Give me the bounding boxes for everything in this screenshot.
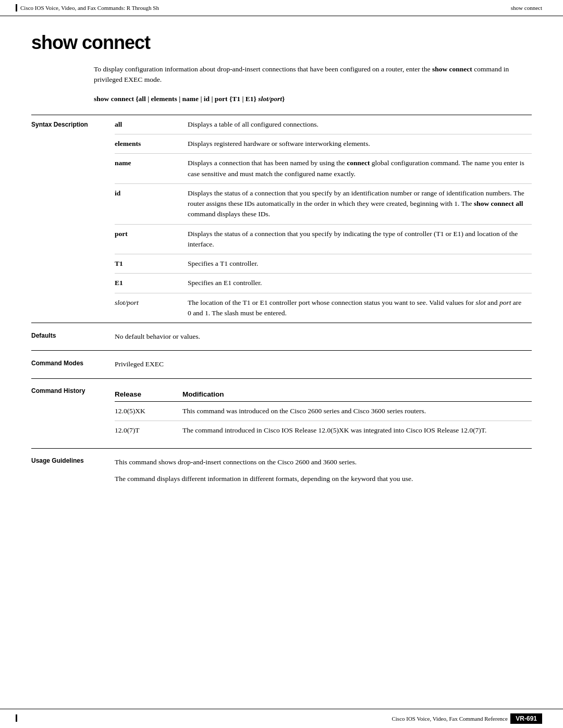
usage-guidelines-section: Usage Guidelines This command shows drop… [31,449,532,493]
syntax-row-name: name Displays a connection that has been… [115,154,532,184]
history-row-2: 12.0(7)T The command introduced in Cisco… [115,421,532,440]
param-port: port [115,224,182,254]
history-header-row: Release Modification [115,387,532,402]
param-id: id [115,183,182,224]
history-release-2: 12.0(7)T [115,421,182,440]
footer-reference-text: Cisco IOS Voice, Video, Fax Command Refe… [391,715,507,722]
command-modes-section: Command Modes Privileged EXEC [31,351,532,378]
command-history-table: Release Modification 12.0(5)XK This comm… [115,387,532,440]
syntax-row-t1: T1 Specifies a T1 controller. [115,254,532,274]
history-row-1: 12.0(5)XK This command was introduced on… [115,401,532,421]
desc-name: Displays a connection that has been name… [182,154,532,184]
col-release: Release [115,387,182,402]
col-modification: Modification [182,387,532,402]
header-right-text: show connect [511,5,542,11]
syntax-row-elements: elements Displays registered hardware or… [115,134,532,154]
defaults-label: Defaults [31,331,115,340]
command-history-label: Command History [31,387,115,394]
param-slotport: slot/port [115,293,182,323]
defaults-section: Defaults No default behavior or values. [31,323,532,351]
page-title: show connect [31,32,532,54]
syntax-description-section: Syntax Description all Displays a table … [31,115,532,323]
command-history-table-wrapper: Release Modification 12.0(5)XK This comm… [115,387,532,440]
command-modes-content: Privileged EXEC [115,359,532,369]
param-t1: T1 [115,254,182,274]
history-mod-1: This command was introduced on the Cisco… [182,401,532,421]
footer-left-line [16,714,17,722]
desc-all: Displays a table of all configured conne… [182,115,532,134]
command-modes-label: Command Modes [31,359,115,368]
page-container: Cisco IOS Voice, Video, and Fax Commands… [0,0,563,728]
intro-paragraph: To display configuration information abo… [94,64,532,85]
syntax-row-port: port Displays the status of a connection… [115,224,532,254]
syntax-table: all Displays a table of all configured c… [115,115,532,323]
footer-left [16,714,21,723]
header-left: Cisco IOS Voice, Video, and Fax Commands… [16,4,159,11]
usage-guidelines-label: Usage Guidelines [31,457,115,464]
header-bar-line [16,4,17,11]
usage-guidelines-content: This command shows drop-and-insert conne… [115,457,532,485]
header-bar: Cisco IOS Voice, Video, and Fax Commands… [0,0,563,16]
intro-bold: show connect [432,65,472,73]
history-release-1: 12.0(5)XK [115,401,182,421]
footer-right: Cisco IOS Voice, Video, Fax Command Refe… [391,713,542,724]
defaults-content: No default behavior or values. [115,331,532,342]
desc-slotport: The location of the T1 or E1 controller … [182,293,532,323]
syntax-row-e1: E1 Specifies an E1 controller. [115,274,532,293]
footer-bar: Cisco IOS Voice, Video, Fax Command Refe… [0,709,563,728]
usage-para-2: The command displays different informati… [115,474,532,484]
desc-id: Displays the status of a connection that… [182,183,532,224]
desc-port: Displays the status of a connection that… [182,224,532,254]
param-name: name [115,154,182,184]
syntax-row-all: all Displays a table of all configured c… [115,115,532,134]
desc-elements: Displays registered hardware or software… [182,134,532,154]
history-mod-2: The command introduced in Cisco IOS Rele… [182,421,532,440]
syntax-description-label: Syntax Description [31,115,115,134]
desc-e1: Specifies an E1 controller. [182,274,532,293]
desc-t1: Specifies a T1 controller. [182,254,532,274]
command-syntax-line: show connect {all | elements | name | id… [94,94,532,104]
syntax-bold-part: show connect {all | elements | name | id… [94,95,285,103]
header-left-text: Cisco IOS Voice, Video, and Fax Commands… [20,5,159,11]
syntax-description-content: all Displays a table of all configured c… [115,115,532,323]
footer-page-number: VR-691 [510,713,542,724]
param-e1: E1 [115,274,182,293]
usage-para-1: This command shows drop-and-insert conne… [115,457,532,467]
param-elements: elements [115,134,182,154]
syntax-row-slotport: slot/port The location of the T1 or E1 c… [115,293,532,323]
command-history-section: Command History Release Modification 12.… [31,379,532,449]
main-content: show connect To display configuration in… [0,16,563,524]
param-all: all [115,115,182,134]
syntax-row-id: id Displays the status of a connection t… [115,183,532,224]
intro-text1: To display configuration information abo… [94,65,432,73]
